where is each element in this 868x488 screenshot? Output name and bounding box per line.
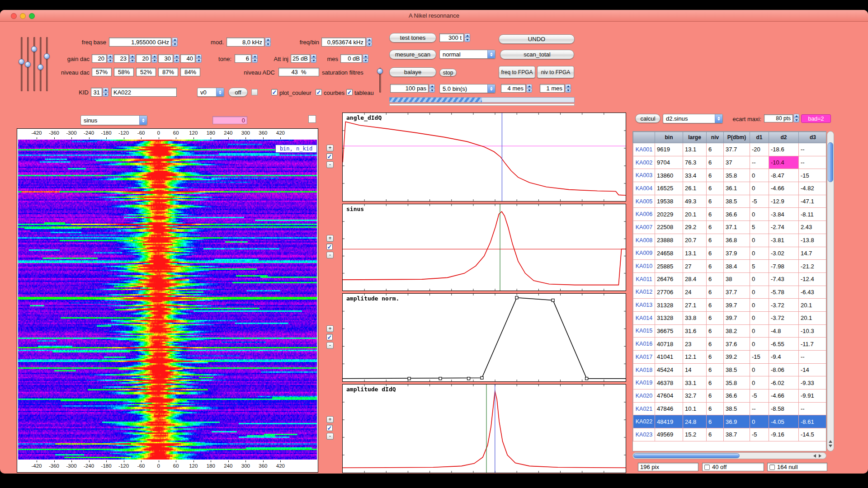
scan-total-button[interactable]: scan_total <box>500 50 574 59</box>
kid-name-cell[interactable]: KA006 <box>633 208 655 221</box>
close-button[interactable] <box>11 13 17 19</box>
saturation-slider-knob[interactable] <box>377 68 383 74</box>
table-row[interactable]: KA0153667531.6638.20-4.8-10.3 <box>633 324 827 338</box>
plot-1-visible-checkbox[interactable]: ✓ <box>326 153 333 160</box>
plot-1-zoom-out-button[interactable]: - <box>326 161 334 168</box>
table-row[interactable]: KA0184542414638.50-8.06-14 <box>633 363 827 376</box>
mesure-scan-button[interactable]: mesure_scan <box>389 50 436 59</box>
test-tones-button[interactable]: test tones <box>389 33 436 42</box>
gain-dac-stepper[interactable] <box>174 54 179 63</box>
ecart-maxi-field[interactable]: 80 pts <box>764 114 793 122</box>
plot-2-zoom-out-button[interactable]: - <box>326 252 334 258</box>
off-count-checkbox[interactable] <box>704 465 710 470</box>
null-count-checkbox[interactable] <box>769 465 775 470</box>
plot-2-visible-checkbox[interactable]: ✓ <box>326 244 333 250</box>
table-row[interactable]: KA001961913.1637.7-20-18.6-- <box>633 143 827 156</box>
table-column-header[interactable]: bin <box>655 132 683 143</box>
plot-3-zoom-in-button[interactable]: + <box>326 325 334 332</box>
table-column-header[interactable]: d1 <box>750 132 769 143</box>
scroll-right-icon[interactable] <box>819 454 823 458</box>
table-column-header[interactable]: P(dbm) <box>724 132 750 143</box>
scan-mode-select[interactable]: normal <box>439 50 495 59</box>
gain-dac-stepper[interactable] <box>129 54 135 63</box>
table-horizontal-scrollbar[interactable] <box>632 452 826 459</box>
gain-dac-stepper[interactable] <box>151 54 157 63</box>
table-row[interactable]: KA0133132827.1639.70-3.7220.1 <box>633 299 827 312</box>
mes-field[interactable]: 0 dB <box>340 54 362 63</box>
gain-dac-field[interactable]: 30 <box>158 54 173 63</box>
kid-name-cell[interactable]: KA016 <box>633 338 655 351</box>
mes4-field[interactable]: 4 mes <box>501 84 526 93</box>
table-row[interactable]: KA0122770624637.70-5.78-6.43 <box>633 286 827 299</box>
dac-slider-knob[interactable] <box>44 53 50 59</box>
kid-index-field[interactable]: 31 <box>91 88 102 97</box>
table-row[interactable]: KA0102588527638.45-7.98-21.2 <box>633 260 827 273</box>
gain-dac-field[interactable]: 23 <box>114 54 129 63</box>
balaye-button[interactable]: balaye <box>389 67 436 77</box>
plot-3-visible-checkbox[interactable]: ✓ <box>326 334 333 340</box>
kid-name-cell[interactable]: KA021 <box>633 402 655 415</box>
table-column-header[interactable]: niv <box>707 132 724 143</box>
pix-field[interactable]: 196 pix <box>638 463 698 471</box>
mes4-stepper[interactable] <box>526 84 532 93</box>
kid-name-cell[interactable]: KA017 <box>633 351 655 364</box>
zoom-button[interactable] <box>29 13 35 19</box>
freq-to-fpga-button[interactable]: freq to FPGA <box>499 66 535 78</box>
vertical-scroll-thumb[interactable] <box>828 142 833 182</box>
scroll-down-icon[interactable] <box>829 445 832 449</box>
mes1-field[interactable]: 1 mes <box>540 84 565 93</box>
table-column-header[interactable]: large <box>683 132 707 143</box>
calcul-button[interactable]: calcul <box>635 114 660 123</box>
kid-name-cell[interactable]: KA022 <box>633 415 655 428</box>
kid-name-cell[interactable]: KA005 <box>633 195 655 208</box>
table-row[interactable]: KA0092465813.1637.90-3.0214.7 <box>633 247 827 260</box>
plot-couleur-checkbox[interactable]: ✓ <box>271 89 278 95</box>
kid-name-cell[interactable]: KA015 <box>633 324 655 338</box>
stop-button[interactable]: stop <box>439 69 457 76</box>
freq-base-stepper[interactable] <box>172 38 178 47</box>
table-row[interactable]: KA0214784610.1638.5---8.58-- <box>633 402 827 415</box>
heatmap-display-select[interactable]: sinus <box>80 115 147 125</box>
plot-1-zoom-in-button[interactable]: + <box>326 145 334 151</box>
plot-2-zoom-in-button[interactable]: + <box>326 235 334 242</box>
kid-index-stepper[interactable] <box>103 88 108 97</box>
kid-name-cell[interactable]: KA010 <box>633 260 655 273</box>
gain-dac-stepper[interactable] <box>107 54 113 63</box>
table-vertical-scrollbar[interactable] <box>827 131 834 451</box>
kid-name-cell[interactable]: KA009 <box>633 247 655 260</box>
freq-per-bin-field[interactable]: 0,953674 kHz <box>321 38 366 47</box>
kid-name-cell[interactable]: KA004 <box>633 182 655 195</box>
dac-slider-knob[interactable] <box>25 61 31 67</box>
table-row[interactable]: KA0082388820.7636.80-3.81-13.8 <box>633 234 827 247</box>
kid-name-cell[interactable]: KA003 <box>633 169 655 182</box>
table-row[interactable]: KA0041652526.1636.10-4.66-4.82 <box>633 182 827 195</box>
kid-name-field[interactable]: KA022 <box>111 88 177 97</box>
table-row[interactable]: KA0194637833.1635.80-6.02-9.33 <box>633 376 827 389</box>
plot-4-zoom-in-button[interactable]: + <box>326 416 334 423</box>
table-row[interactable]: KA0062022920.1636.60-3.84-8.11 <box>633 208 827 221</box>
freq-base-field[interactable]: 1,955000 GHz <box>109 38 171 47</box>
gain-dac-field[interactable]: 40 <box>180 54 195 63</box>
table-metric-select[interactable]: d2.sinus <box>663 114 723 123</box>
title-bar[interactable]: A Nikel resonnance <box>0 10 868 22</box>
table-row[interactable]: KA0174104112.1639.2-15-9.4-- <box>633 351 827 364</box>
kid-name-cell[interactable]: KA013 <box>633 299 655 312</box>
kid-name-cell[interactable]: KA014 <box>633 311 655 324</box>
tone-stepper[interactable] <box>252 54 258 63</box>
ecart-maxi-stepper[interactable] <box>793 114 799 122</box>
table-row[interactable]: KA0031386033.4635.80-8.47-15 <box>633 169 827 182</box>
plot-4-zoom-out-button[interactable]: - <box>326 433 334 440</box>
gain-dac-field[interactable]: 20 <box>136 54 151 63</box>
undo-button[interactable]: UNDO <box>499 34 575 44</box>
table-row[interactable]: KA0234956915.2638.7-5-9.16-14.5 <box>633 428 827 441</box>
dac-slider-knob[interactable] <box>38 64 43 70</box>
att-inj-stepper[interactable] <box>311 54 316 63</box>
freq-per-bin-stepper[interactable] <box>366 38 372 47</box>
plot-4-visible-checkbox[interactable]: ✓ <box>326 425 333 431</box>
tableau-checkbox[interactable]: ✓ <box>346 89 353 95</box>
gain-dac-field[interactable]: 20 <box>92 54 107 63</box>
mes-stepper[interactable] <box>363 54 368 63</box>
niv-to-fpga-button[interactable]: niv to FPGA <box>537 66 574 78</box>
kid-name-cell[interactable]: KA001 <box>633 143 655 156</box>
table-column-header[interactable]: d3 <box>799 132 827 143</box>
